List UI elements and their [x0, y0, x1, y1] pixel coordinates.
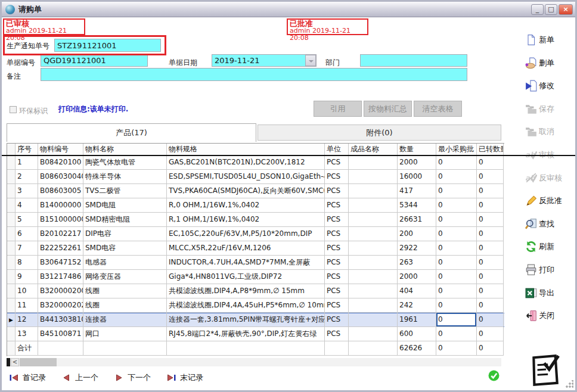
cell-name[interactable]: DIP电容	[83, 227, 167, 241]
cell-no[interactable]: 1	[15, 155, 38, 170]
cell-min_batch[interactable]: 0	[436, 198, 477, 213]
cell-unit[interactable]: PCS	[325, 313, 349, 327]
cell-product[interactable]	[349, 256, 398, 270]
cell-code[interactable]: B08420100	[38, 155, 83, 170]
focused-cell[interactable]: 0	[436, 313, 477, 327]
cell-unit[interactable]: PCS	[325, 227, 349, 241]
cell-unit[interactable]: PCS	[325, 213, 349, 227]
cell-product[interactable]	[349, 213, 398, 227]
cell-min_batch[interactable]: 0	[436, 270, 477, 284]
cell-product[interactable]	[349, 284, 398, 298]
sidebar-item-delete-doc[interactable]: 删单	[525, 57, 576, 70]
cell-name[interactable]: 网络变压器	[83, 270, 167, 284]
next-record-button[interactable]: 下一个	[114, 372, 151, 383]
cell-code[interactable]: B20102217	[38, 227, 83, 241]
cell-transferred[interactable]: 0	[477, 170, 504, 184]
cell-unit[interactable]: PCS	[325, 298, 349, 313]
close-button[interactable]: ×	[559, 4, 573, 15]
cell-code[interactable]: B320000200	[38, 284, 83, 298]
cell-code[interactable]: B4413038100	[38, 313, 83, 327]
cell-unit[interactable]: PCS	[325, 155, 349, 170]
cell-code[interactable]: B08603005	[38, 184, 83, 198]
sidebar-item-modify[interactable]: 修改	[525, 79, 576, 92]
cell-code[interactable]: B22252261	[38, 241, 83, 256]
maximize-button[interactable]: □	[545, 4, 557, 15]
horizontal-scrollbar[interactable]: <	[7, 358, 501, 366]
table-row[interactable]: 3B08603005TVS二极管TVS,PKA60CA(SMDJ60CA),反向…	[7, 184, 504, 198]
cell-name[interactable]: 电感器	[83, 256, 167, 270]
cell-no[interactable]: 3	[15, 184, 38, 198]
cell-no[interactable]: 4	[15, 198, 38, 213]
cell-no[interactable]: 6	[15, 227, 38, 241]
cell-no[interactable]: 2	[15, 170, 38, 184]
cell-name[interactable]: 陶瓷气体放电管	[83, 155, 167, 170]
cell-code[interactable]: B30647152	[38, 256, 83, 270]
summarize-by-material-button[interactable]: 按物料汇总	[364, 101, 412, 117]
cell-qty[interactable]: 2000	[398, 155, 436, 170]
cell-qty[interactable]: 2000	[398, 270, 436, 284]
cell-transferred[interactable]: 0	[477, 155, 504, 170]
cell-product[interactable]	[349, 313, 398, 327]
sidebar-item-refresh[interactable]: 刷新	[525, 240, 576, 253]
cell-spec[interactable]: R,1 OHM,1/16W,1%,0402	[167, 213, 325, 227]
cell-qty[interactable]: 263	[398, 256, 436, 270]
cell-spec[interactable]: 连接器一套,3.81mm,5PIN带耳螺孔弯针座+对应	[167, 313, 325, 327]
cell-spec[interactable]: R,0 OHM,1/16W,1%,0402	[167, 198, 325, 213]
table-row[interactable]: 8B30647152电感器INDUCTOR,4.7UH,4A,SMD7*7MM,…	[7, 256, 504, 270]
cell-unit[interactable]: PCS	[325, 170, 349, 184]
cell-unit[interactable]: PCS	[325, 270, 349, 284]
cell-no[interactable]: 13	[15, 327, 38, 341]
cell-spec[interactable]: 共模滤波线圈,DIP4,A,P8*9mm,∅ 15mm	[167, 284, 325, 298]
cell-spec[interactable]: 共模滤波线圈,DIP4,4A,45uH,P5*6mm,∅ 10mm	[167, 298, 325, 313]
cell-spec[interactable]: INDUCTOR,4.7UH,4A,SMD7*7MM,全屏蔽	[167, 256, 325, 270]
cell-unit[interactable]: PCS	[325, 284, 349, 298]
column-header[interactable]: 已转数量	[477, 144, 504, 155]
cell-transferred[interactable]: 0	[477, 270, 504, 284]
cell-product[interactable]	[349, 198, 398, 213]
cell-name[interactable]: 特殊半导体	[83, 170, 167, 184]
table-row[interactable]: 7B22252261SMD电容MLCC,X5R,22uF/16V,M,1206P…	[7, 241, 504, 256]
table-row[interactable]: 9B31217486网络变压器Giga*4,HN8011VG,工业级,DIP72…	[7, 270, 504, 284]
sidebar-item-unapprove[interactable]: 反批准	[525, 194, 576, 207]
cell-product[interactable]	[349, 327, 398, 341]
scroll-left-icon[interactable]: <	[11, 358, 19, 366]
cell-transferred[interactable]: 0	[477, 241, 504, 256]
column-header[interactable]: 数量	[398, 144, 436, 155]
cell-name[interactable]: SMD精密电阻	[83, 213, 167, 227]
cell-code[interactable]: B320000202	[38, 298, 83, 313]
cell-transferred[interactable]: 0	[477, 298, 504, 313]
table-row[interactable]: 1B08420100陶瓷气体放电管GAS,BC201N(BTC201N),DC2…	[7, 155, 504, 170]
cell-spec[interactable]: ESD,SPSEMI,TUSD05L4U_DSON10,GigaEth-4	[167, 170, 325, 184]
cell-transferred[interactable]: 0	[477, 227, 504, 241]
cell-code[interactable]: B45100871	[38, 327, 83, 341]
sidebar-item-export[interactable]: 导出	[525, 287, 576, 300]
cell-min_batch[interactable]: 0	[436, 256, 477, 270]
column-header[interactable]: 成品名称	[349, 144, 398, 155]
doc-no-input[interactable]	[41, 54, 148, 67]
cell-qty[interactable]: 417	[398, 184, 436, 198]
cell-product[interactable]	[349, 170, 398, 184]
cell-spec[interactable]: EC,105C,220uF/63V,M,P5/10*20mm,DIP	[167, 227, 325, 241]
cell-qty[interactable]: 5344	[398, 198, 436, 213]
cell-unit[interactable]: PCS	[325, 327, 349, 341]
cell-spec[interactable]: RJ45,8端口2*4,屏蔽铁壳,90°,DIP,灯左黄右绿	[167, 327, 325, 341]
cell-qty[interactable]: 16000	[398, 170, 436, 184]
tab-attachments[interactable]: 附件(0)	[258, 125, 501, 141]
cell-qty[interactable]: 200	[398, 227, 436, 241]
cell-no[interactable]: 10	[15, 284, 38, 298]
remark-input[interactable]	[41, 68, 467, 81]
cell-qty[interactable]: 600	[398, 327, 436, 341]
cell-no[interactable]: 9	[15, 270, 38, 284]
table-row[interactable]: ▶12B4413038100连接器连接器一套,3.81mm,5PIN带耳螺孔弯针…	[7, 313, 504, 327]
cell-no[interactable]: 5	[15, 213, 38, 227]
column-header[interactable]: 单位	[325, 144, 349, 155]
doc-date-input[interactable]	[212, 54, 317, 67]
table-row[interactable]: 5B1510000001SMD精密电阻R,1 OHM,1/16W,1%,0402…	[7, 213, 504, 227]
cell-unit[interactable]: PCS	[325, 241, 349, 256]
column-header[interactable]: 序号	[15, 144, 38, 155]
column-header[interactable]: 物料规格	[167, 144, 325, 155]
cell-code[interactable]: B1510000001	[38, 213, 83, 227]
cell-qty[interactable]: 242	[398, 298, 436, 313]
cell-name[interactable]: 连接器	[83, 313, 167, 327]
table-row[interactable]: 11B320000202线圈共模滤波线圈,DIP4,4A,45uH,P5*6mm…	[7, 298, 504, 313]
